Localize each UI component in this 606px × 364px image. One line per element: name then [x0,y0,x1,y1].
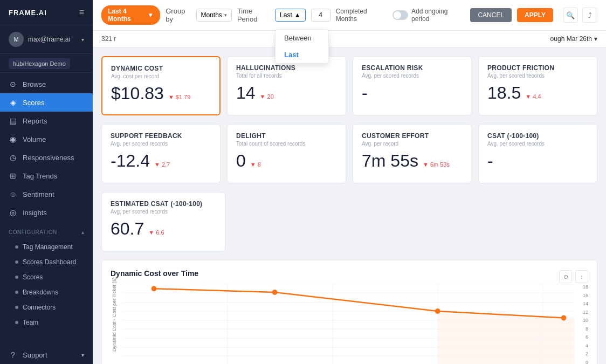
search-icon-button[interactable]: 🔍 [563,8,578,23]
avatar: M [9,32,24,47]
group-by-chevron-icon: ▾ [224,12,227,18]
sidebar-sub-label: Breakdowns [23,289,58,296]
svg-point-15 [152,286,157,291]
svg-point-17 [435,308,440,314]
score-card-subtitle: Avg. per scored records [487,141,588,147]
sidebar-item-tag-trends[interactable]: ⊞ Tag Trends [0,167,93,185]
sidebar-sub-label: Connectors [23,304,56,311]
date-range-text: ough Mar 26th [550,35,592,43]
group-by-select[interactable]: Months ▾ [196,9,232,22]
score-card-subtitle: Avg. per scored records [111,141,211,147]
sidebar-item-responsiveness[interactable]: ◷ Responsiveness [0,148,93,167]
score-card-value: - [487,151,588,171]
score-cards-row3: ESTIMATED CSAT (-100-100) Avg. per score… [101,192,597,251]
date-range-chevron: ▾ [594,35,597,43]
dot-icon [15,321,18,324]
score-card-title: DYNAMIC COST [111,65,211,72]
score-card-title: CSAT (-100-100) [487,132,588,140]
chart-y-ticks: 18 16 14 12 10 8 6 4 2 0 [579,284,588,364]
score-card-delta: ▼ 4.4 [525,93,541,100]
score-card-title: PRODUCT FRICTION [487,64,588,72]
sidebar-nav: ⊙ Browse ◈ Scores ▤ Reports ◉ Volume ◷ R… [0,73,93,224]
menu-icon[interactable]: ≡ [79,8,84,17]
responsiveness-icon: ◷ [9,153,17,162]
sidebar-item-scores-config[interactable]: Scores [0,270,93,285]
chart-settings-icon[interactable]: ⊙ [559,270,572,283]
dot-icon [15,306,18,309]
completed-label: Completed Months [336,8,383,23]
score-card-value: 7m 55s ▼ 6m 53s [362,151,463,171]
records-count: 321 r [101,35,116,43]
svg-point-18 [561,315,567,321]
score-card-subtitle: Avg. per scored records [487,73,588,79]
score-card-dynamic-cost: DYNAMIC COST Avg. cost per record $10.83… [101,56,221,115]
chart-area [122,284,574,364]
sidebar-item-scores-dashboard[interactable]: Scores Dashboard [0,255,93,270]
sidebar-item-tag-management[interactable]: Tag Management [0,239,93,255]
share-icon-button[interactable]: ⤴ [582,8,597,23]
score-card-value: 14 ▼ 20 [236,83,337,103]
hub-label[interactable]: hub/Hexagon Demo [9,58,70,69]
sidebar-item-label: Insights [23,209,47,217]
time-period-label: Time Period [237,7,270,23]
sidebar-support-label: Support [23,351,47,359]
score-card-value: -12.4 ▼ 2.7 [111,151,211,171]
chart-expand-icon[interactable]: ↕ [575,270,588,283]
filter-bar: Last 4 Months ▼ Group by Months ▾ Time P… [93,0,606,31]
sidebar-item-support[interactable]: ? Support ▾ [0,346,93,364]
topbar-icons: 🔍 ⤴ [563,8,597,23]
app-brand: FRAME.AI [9,9,47,17]
score-card-hallucinations: HALLUCINATIONS Total for all records 14 … [227,56,346,115]
sidebar-item-insights[interactable]: ◎ Insights [0,203,93,222]
date-range[interactable]: ough Mar 26th ▾ [550,35,597,43]
score-cards-row2: SUPPORT FEEDBACK Avg. per scored records… [101,124,597,183]
dot-icon [15,260,18,264]
sidebar-sub-label: Scores [23,273,43,281]
score-card-delta: ▼ $1.79 [168,94,190,100]
sidebar-item-sentiment[interactable]: ☺ Sentiment [0,185,93,203]
support-icon: ? [9,351,17,359]
sidebar-item-reports[interactable]: ▤ Reports [0,112,93,130]
score-card-title: SUPPORT FEEDBACK [111,132,211,140]
tag-trends-icon: ⊞ [9,171,17,180]
sidebar-sub-label: Tag Management [23,243,73,251]
score-card-title: DELIGHT [236,132,337,140]
time-period-mode: Last [280,11,292,19]
scores-icon: ◈ [9,98,17,107]
score-card-delight: DELIGHT Total count of scored records 0 … [227,124,346,183]
ongoing-period-toggle[interactable] [392,10,408,20]
sidebar-item-team[interactable]: Team [0,315,93,330]
filter-pill[interactable]: Last 4 Months ▼ [101,5,160,25]
score-card-value: $10.83 ▼ $1.79 [111,84,211,104]
time-period-wrapper: Last ▲ Between Last [275,9,306,22]
time-period-mode-select[interactable]: Last ▲ [275,9,306,22]
sidebar-item-connectors[interactable]: Connectors [0,300,93,315]
sidebar-item-breakdowns[interactable]: Breakdowns [0,285,93,300]
sidebar-item-volume[interactable]: ◉ Volume [0,130,93,148]
config-section-label: Configuration ▴ [0,224,93,237]
score-card-delta: ▼ 20 [260,93,274,100]
score-card-estimated-csat: ESTIMATED CSAT (-100-100) Avg. per score… [101,192,225,251]
sidebar-user[interactable]: M max@frame.ai ▾ [0,25,93,54]
score-card-value: - [362,83,463,103]
score-card-value: 0 ▼ 8 [236,151,337,171]
sidebar-item-browse[interactable]: ⊙ Browse [0,75,93,93]
cancel-button[interactable]: CANCEL [470,8,512,22]
score-card-escalation-risk: ESCALATION RISK Avg. per scored records … [353,56,472,115]
dashboard-content: DYNAMIC COST Avg. cost per record $10.83… [93,47,606,364]
score-card-title: CUSTOMER EFFORT [362,132,463,140]
sidebar-item-label: Volume [23,135,46,143]
sidebar-item-scores[interactable]: ◈ Scores [0,93,93,112]
sidebar-item-label: Sentiment [23,190,54,198]
dropdown-between[interactable]: Between [276,30,328,46]
apply-button[interactable]: APPLY [517,8,553,22]
insights-icon: ◎ [9,208,17,217]
sidebar-hub[interactable]: hub/Hexagon Demo [0,54,93,73]
score-card-subtitle: Total for all records [236,73,337,79]
score-card-title: ESCALATION RISK [362,64,463,72]
time-period-number-input[interactable] [311,9,330,22]
filter-pill-label: Last 4 Months [108,8,144,23]
dropdown-last[interactable]: Last [276,46,328,63]
score-cards-row1: DYNAMIC COST Avg. cost per record $10.83… [101,56,597,115]
filter-pill-arrow-icon: ▼ [147,11,154,19]
